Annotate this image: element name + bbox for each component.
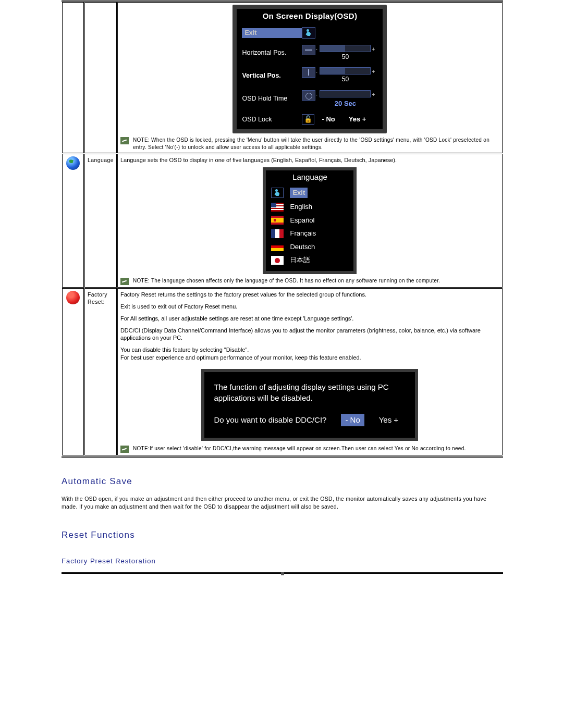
language-panel-title: Language	[266, 170, 353, 186]
osd-vpos-row[interactable]: Vertical Pos. -+ 50	[237, 66, 383, 88]
vpos-icon	[302, 67, 315, 78]
hold-slider[interactable]: -+	[320, 90, 371, 97]
globe-icon	[66, 156, 80, 170]
lang-japanese-label: 日本語	[290, 255, 310, 265]
osd-hold-label: OSD Hold Time	[242, 94, 302, 103]
osd-note-text: NOTE: When the OSD is locked, pressing t…	[133, 137, 499, 151]
lock-no[interactable]: - No	[322, 115, 335, 124]
note-icon	[120, 137, 129, 144]
lang-english-label: English	[290, 202, 312, 212]
lang-exit-row[interactable]: Exit	[266, 186, 353, 200]
hpos-slider[interactable]: -+	[320, 45, 371, 52]
language-note: NOTE: The language chosen affects only t…	[120, 277, 499, 285]
osd-hold-row[interactable]: OSD Hold Time -+ 20 Sec	[237, 89, 383, 113]
ddc-panel: The function of adjusting display settin…	[201, 369, 418, 441]
flag-us-icon	[271, 203, 284, 212]
osd-exit-label: Exit	[242, 28, 302, 38]
reset-functions-heading: Reset Functions	[62, 530, 503, 540]
factory-p2: Exit is used to exit out of Factory Rese…	[120, 303, 499, 311]
automatic-save-text: With the OSD open, if you make an adjust…	[62, 495, 503, 511]
factory-note-text: NOTE:If user select 'disable' for DDC/CI…	[133, 445, 466, 453]
ddc-question: Do you want to disable DDC/CI?	[214, 415, 326, 425]
vpos-value: 50	[320, 75, 371, 83]
hpos-icon	[302, 45, 315, 55]
factory-row-label: Factory Reset:	[84, 288, 117, 455]
note-icon	[120, 446, 129, 453]
lang-francais-label: Français	[290, 229, 316, 238]
flag-es-icon	[271, 216, 284, 225]
language-row-icon	[62, 154, 84, 288]
lang-exit-icon	[271, 188, 284, 198]
note-icon	[120, 278, 129, 285]
lang-deutsch-label: Deutsch	[290, 242, 315, 252]
lock-icon: 🔓	[302, 114, 314, 125]
osd-row-desc: On Screen Display(OSD) Exit Horizontal P…	[117, 2, 503, 153]
osd-row-icon	[62, 2, 84, 153]
lang-item-francais[interactable]: Français	[266, 227, 353, 240]
factory-row-desc: Factory Reset returns the settings to th…	[117, 288, 503, 455]
language-row-desc: Language sets the OSD to display in one …	[117, 154, 503, 288]
flag-de-icon	[271, 242, 284, 251]
hpos-value: 50	[320, 53, 371, 61]
osd-title: On Screen Display(OSD)	[237, 9, 383, 26]
factory-note: NOTE:If user select 'disable' for DDC/CI…	[120, 445, 499, 453]
hold-clock-icon	[302, 90, 315, 101]
vpos-slider[interactable]: -+	[320, 67, 371, 75]
factory-p1: Factory Reset returns the settings to th…	[120, 291, 499, 299]
reset-dot-icon	[66, 291, 80, 304]
language-note-text: NOTE: The language chosen affects only t…	[133, 277, 440, 285]
lang-espanol-label: Español	[290, 216, 314, 225]
ddc-no-button[interactable]: - No	[341, 414, 364, 426]
lang-exit-label: Exit	[290, 188, 308, 198]
osd-lock-label: OSD Lock	[242, 115, 302, 124]
osd-hpos-label: Horizontal Pos.	[242, 48, 302, 57]
flag-jp-icon	[271, 256, 284, 265]
factory-p5: You can disable this feature by selectin…	[120, 346, 499, 354]
lang-item-espanol[interactable]: Español	[266, 214, 353, 227]
osd-vpos-label: Vertical Pos.	[242, 71, 302, 80]
split-handle-icon	[281, 572, 284, 575]
osd-settings-table: On Screen Display(OSD) Exit Horizontal P…	[62, 0, 503, 458]
factory-row-icon	[62, 288, 84, 455]
language-row-label: Language	[84, 154, 117, 288]
lang-item-japanese[interactable]: 日本語	[266, 253, 353, 267]
factory-preset-subheading: Factory Preset Restoration	[62, 557, 503, 565]
language-intro: Language sets the OSD to display in one …	[120, 156, 499, 164]
lang-item-english[interactable]: English	[266, 200, 353, 214]
osd-panel: On Screen Display(OSD) Exit Horizontal P…	[232, 5, 387, 133]
lock-yes[interactable]: Yes +	[349, 115, 366, 124]
ddc-text: The function of adjusting display settin…	[214, 381, 406, 403]
factory-p6: For best user experience and optimum per…	[120, 354, 499, 362]
ddc-yes-button[interactable]: Yes +	[379, 415, 398, 425]
exit-run-icon	[302, 27, 315, 39]
lang-item-deutsch[interactable]: Deutsch	[266, 240, 353, 254]
flag-fr-icon	[271, 229, 284, 238]
osd-exit-row[interactable]: Exit	[237, 26, 383, 43]
automatic-save-heading: Automatic Save	[62, 476, 503, 487]
hold-value: 20 Sec	[320, 99, 371, 108]
osd-hpos-row[interactable]: Horizontal Pos. -+ 50	[237, 43, 383, 66]
osd-lock-row[interactable]: OSD Lock 🔓 - No Yes +	[237, 113, 383, 129]
factory-p4: DDC/CI (Display Data Channel/Command Int…	[120, 327, 499, 342]
factory-p3: For All settings, all user adjustable se…	[120, 315, 499, 323]
language-panel: Language Exit English Español Français D…	[263, 167, 357, 274]
osd-note: NOTE: When the OSD is locked, pressing t…	[120, 137, 499, 151]
osd-row-label-cell	[84, 2, 117, 153]
